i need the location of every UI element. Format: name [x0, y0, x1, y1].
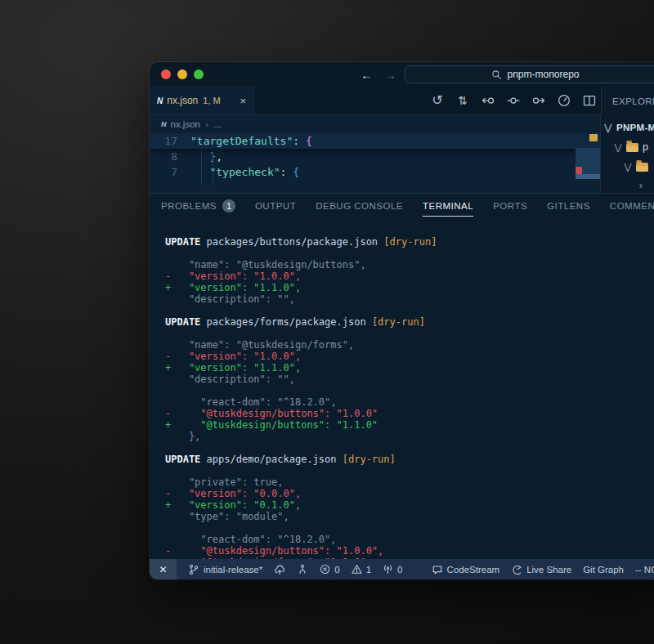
split-editor-icon[interactable] [583, 94, 596, 107]
sticky-code-line[interactable]: 17"targetDefaults": { [150, 133, 600, 149]
zoom-window-button[interactable] [194, 69, 204, 79]
panel-tab-ports[interactable]: PORTS [493, 201, 527, 211]
editor-tab-bar: N nx.json 1, M × ↺⇅··· EXPLORER [150, 87, 654, 115]
editor[interactable]: N nx.json › ... 17"targetDefaults": {8},… [150, 115, 601, 193]
panel-tab-label: PORTS [493, 201, 527, 211]
breadcrumb[interactable]: N nx.json › ... [150, 115, 600, 133]
status-label: Git Graph [583, 565, 624, 575]
status-broadcast[interactable]: 0 [383, 564, 402, 575]
explorer-collapsed-item[interactable]: › [601, 177, 654, 193]
panel-tab-label: DEBUG CONSOLE [316, 201, 403, 211]
prev-change-icon[interactable] [482, 94, 495, 107]
minimap-modified-marker [589, 134, 598, 141]
terminal-context-line: "description": "", [165, 373, 654, 385]
code-text: }, [190, 150, 222, 163]
tab-decoration: 1, M [203, 96, 220, 105]
panel-tab-gitlens[interactable]: GITLENS [547, 201, 590, 211]
close-tab-icon[interactable]: × [240, 95, 246, 107]
terminal-removed-line: - "version": "0.0.0", [165, 488, 654, 499]
source-fork-icon [297, 564, 308, 575]
panel-tab-comments[interactable]: COMMENTS [610, 201, 654, 211]
minimize-window-button[interactable] [177, 69, 187, 79]
breadcrumb-file[interactable]: nx.json [171, 119, 200, 129]
minimap-selection-marker [576, 174, 600, 179]
terminal-update-line: UPDATE packages/buttons/package.json [dr… [165, 236, 654, 248]
problems-count-badge: 1 [222, 199, 235, 212]
panel-tab-label: GITLENS [547, 201, 590, 211]
status-vim-mode[interactable]: -- NORM [635, 565, 654, 575]
explorer-panel-header: EXPLORER [601, 87, 654, 115]
history-icon[interactable]: ↺ [431, 94, 444, 107]
terminal-context-line: "description": "", [165, 293, 654, 305]
status-warnings[interactable]: 1 [352, 564, 371, 575]
panel-tab-debug-console[interactable]: DEBUG CONSOLE [316, 201, 403, 211]
explorer-sidebar: ⋁ PNPM-M ⋁p⋁ › [601, 115, 654, 193]
next-change-icon[interactable] [532, 94, 545, 107]
navigate-back-icon[interactable]: ← [361, 68, 373, 82]
status-errors[interactable]: 0 [320, 564, 339, 575]
terminal-blank-line [165, 385, 654, 396]
tab-label: nx.json [167, 95, 198, 106]
code-text: "targetDefaults": { [190, 135, 312, 147]
indent-guide [201, 150, 202, 185]
terminal-update-line: UPDATE apps/demo/package.json [dry-run] [165, 454, 654, 465]
terminal-blank-line [165, 442, 654, 454]
tab-nx-json[interactable]: N nx.json 1, M × [150, 87, 254, 114]
minimap-error-marker [576, 167, 582, 174]
explorer-folder-row[interactable]: ⋁ [601, 159, 654, 175]
status-git-branch[interactable]: initial-release* [188, 564, 262, 575]
explorer-workspace-row[interactable]: ⋁ PNPM-M [601, 119, 654, 136]
status-codestream[interactable]: CodeStream [432, 564, 500, 575]
code-text: "typecheck": { [190, 166, 299, 178]
panel-tab-terminal[interactable]: TERMINAL [423, 201, 473, 211]
terminal-removed-line: - "version": "1.0.0", [165, 271, 654, 282]
panel-tab-problems[interactable]: PROBLEMS1 [161, 199, 235, 212]
codestream-icon [432, 564, 443, 575]
status-bar: ✕initial-release*010CodeStreamLive Share… [150, 559, 654, 579]
status-label: 1 [366, 565, 371, 575]
code-line[interactable]: 7"typecheck": { [150, 164, 600, 180]
editor-area: N nx.json › ... 17"targetDefaults": {8},… [150, 115, 654, 193]
terminal-context-line: "type": "module", [165, 511, 654, 522]
command-center-label: pnpm-monorepo [507, 69, 579, 80]
status-source-fork[interactable] [297, 564, 308, 575]
breadcrumb-separator-icon: › [205, 119, 208, 129]
terminal-context-line: "name": "@tuskdesign/buttons", [165, 259, 654, 271]
chevron-right-icon: › [637, 179, 645, 191]
navigate-forward-icon[interactable]: → [384, 68, 396, 82]
status-remote-indicator[interactable]: ✕ [150, 559, 177, 579]
status-publish-changes[interactable] [274, 564, 285, 575]
gauge-icon[interactable] [558, 94, 571, 107]
terminal-context-line: "react-dom": "^18.2.0", [165, 534, 654, 545]
terminal-update-line: UPDATE packages/forms/package.json [dry-… [165, 316, 654, 328]
status-label: 0 [334, 565, 339, 575]
editor-actions-toolbar: ↺⇅··· [431, 87, 621, 114]
breadcrumb-symbol[interactable]: ... [213, 119, 222, 129]
code-line[interactable]: 8}, [150, 149, 600, 164]
git-compare-icon[interactable]: ⇅ [456, 94, 469, 107]
explorer-folder-row[interactable]: ⋁p [601, 139, 654, 155]
panel-tabs: PROBLEMS1OUTPUTDEBUG CONSOLETERMINALPORT… [150, 194, 654, 218]
panel-tab-label: OUTPUT [255, 201, 296, 211]
panel-tab-output[interactable]: OUTPUT [255, 201, 296, 211]
status-label: 0 [397, 565, 402, 575]
code-lines[interactable]: 17"targetDefaults": {8},7"typecheck": { [150, 133, 600, 180]
terminal-output[interactable]: UPDATE packages/buttons/package.json [dr… [150, 218, 654, 559]
command-center-search[interactable]: pnpm-monorepo [405, 65, 654, 83]
status-git-graph[interactable]: Git Graph [583, 565, 624, 575]
panel-tab-label: TERMINAL [423, 201, 473, 211]
indent-guide [213, 150, 213, 185]
close-window-button[interactable] [161, 69, 171, 79]
status-live-share[interactable]: Live Share [511, 564, 571, 575]
status-label: -- NORM [635, 565, 654, 575]
explorer-title: EXPLORER [612, 96, 654, 106]
folder-name: p [643, 141, 648, 153]
terminal-blank-line [165, 305, 654, 316]
vscode-window: ← → pnpm-monorepo N nx.json 1, M × ↺⇅···… [150, 62, 654, 579]
terminal-blank-line [165, 328, 654, 339]
terminal-context-line: "private": true, [165, 476, 654, 488]
line-number: 17 [150, 135, 190, 147]
terminal-added-line: + "@tuskdesign/buttons": "1.1.0" [165, 419, 654, 431]
change-icon[interactable] [507, 94, 520, 107]
terminal-removed-line: - "@tuskdesign/buttons": "1.0.0" [165, 408, 654, 419]
